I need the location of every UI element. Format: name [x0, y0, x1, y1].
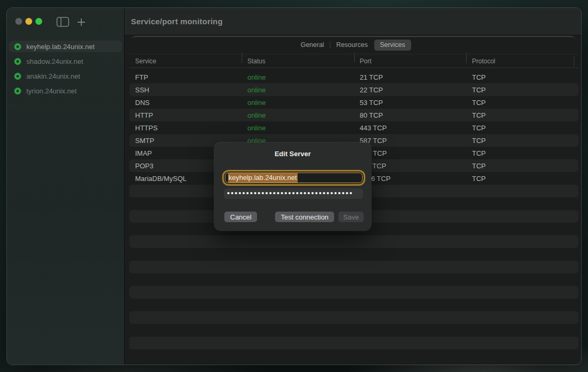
table-cell: 80 TCP [354, 111, 467, 119]
table-cell: TCP [466, 111, 578, 119]
table-row [129, 324, 578, 337]
table-cell: TCP [466, 86, 578, 94]
table-cell: HTTP [129, 111, 242, 119]
tab-services[interactable]: Services [374, 40, 411, 51]
column-header-port[interactable]: Port [354, 58, 467, 65]
table-cell: TCP [466, 137, 578, 145]
table-row[interactable]: DNSonline53 TCPTCP [129, 96, 578, 109]
table-cell: TCP [466, 124, 578, 132]
cancel-button[interactable]: Cancel [224, 212, 257, 222]
server-label: shadow.24unix.net [26, 58, 83, 65]
status-cell: online [242, 86, 354, 94]
table-row [129, 337, 578, 349]
dialog-title: Edit Server [214, 150, 371, 158]
add-server-icon[interactable] [77, 17, 86, 28]
server-status-icon [14, 73, 21, 80]
table-cell: 22 TCP [354, 86, 467, 94]
save-button[interactable]: Save [338, 212, 364, 222]
table-row [129, 311, 578, 324]
password-mask: ••••••••••••••••••••••••••••••••• [227, 188, 353, 198]
sidebar-server-item[interactable]: anakin.24unix.net [9, 70, 122, 82]
sidebar-server-item[interactable]: keyhelp.lab.24unix.net [9, 41, 122, 52]
edit-server-dialog: Edit Server keyhelp.lab.24unix.net •••••… [214, 142, 371, 231]
zoom-window-icon[interactable] [35, 18, 42, 25]
table-row [129, 261, 578, 273]
minimize-window-icon[interactable] [25, 18, 32, 25]
column-header-status[interactable]: Status [242, 58, 354, 65]
server-status-icon [14, 88, 21, 94]
sidebar-toggle-icon[interactable] [56, 17, 69, 28]
status-cell: online [242, 99, 354, 107]
table-cell: 21 TCP [354, 73, 467, 81]
close-window-icon[interactable] [15, 18, 22, 25]
sidebar-server-item[interactable]: shadow.24unix.net [9, 55, 122, 67]
tab-resources[interactable]: Resources [330, 40, 374, 51]
table-row [129, 235, 578, 248]
table-cell: TCP [466, 73, 578, 81]
table-cell: 53 TCP [354, 99, 467, 107]
server-list: keyhelp.lab.24unix.netshadow.24unix.neta… [9, 41, 122, 100]
status-cell: online [242, 111, 354, 119]
table-cell: HTTPS [129, 124, 242, 132]
panel-top-edge [132, 36, 575, 40]
column-header-service[interactable]: Service [129, 58, 242, 65]
table-header: ServiceStatusPortProtocol [129, 54, 578, 68]
server-status-icon [14, 43, 21, 50]
table-cell: 587 TCP [354, 137, 467, 145]
page-title: Service/port monitoring [131, 17, 223, 26]
server-status-icon [14, 58, 21, 65]
table-cell: DNS [129, 99, 242, 107]
server-label: keyhelp.lab.24unix.net [26, 43, 94, 51]
table-row[interactable]: FTPonline21 TCPTCP [129, 71, 578, 83]
table-cell: TCP [466, 162, 578, 170]
sidebar: keyhelp.lab.24unix.netshadow.24unix.neta… [7, 8, 125, 365]
server-label: anakin.24unix.net [26, 72, 80, 80]
tab-bar: GeneralResourcesServices [125, 40, 581, 51]
status-cell: online [242, 73, 354, 81]
tab-general[interactable]: General [295, 40, 329, 51]
window-controls [15, 18, 42, 25]
table-cell: TCP [466, 99, 578, 107]
table-row[interactable]: SSHonline22 TCPTCP [129, 83, 578, 96]
column-header-protocol[interactable]: Protocol [466, 58, 578, 65]
table-row [129, 299, 578, 311]
desktop-wallpaper: keyhelp.lab.24unix.netshadow.24unix.neta… [0, 0, 588, 372]
table-cell: TCP [466, 149, 578, 157]
test-connection-button[interactable]: Test connection [275, 212, 334, 222]
table-cell: FTP [129, 73, 242, 81]
status-cell: online [242, 124, 354, 132]
table-cell: 443 TCP [354, 124, 467, 132]
table-cell: TCP [466, 175, 578, 183]
table-row [129, 286, 578, 299]
table-row [129, 273, 578, 286]
password-input[interactable]: ••••••••••••••••••••••••••••••••• [224, 188, 363, 199]
table-row[interactable]: HTTPSonline443 TCPTCP [129, 121, 578, 134]
host-input[interactable]: keyhelp.lab.24unix.net [225, 173, 363, 183]
server-label: tyrion.24unix.net [26, 87, 77, 95]
host-input-selected-text: keyhelp.lab.24unix.net [228, 173, 298, 183]
sidebar-server-item[interactable]: tyrion.24unix.net [9, 85, 122, 97]
main-header: Service/port monitoring [125, 8, 581, 35]
table-cell: SSH [129, 86, 242, 94]
table-row [129, 248, 578, 261]
table-row[interactable]: HTTPonline80 TCPTCP [129, 109, 578, 121]
dialog-buttons: Cancel Test connection Save [224, 212, 364, 222]
